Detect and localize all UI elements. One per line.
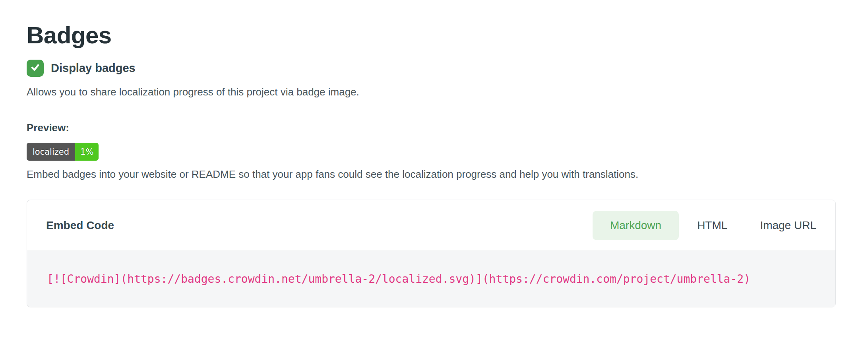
tab-markdown[interactable]: Markdown (593, 211, 679, 240)
embed-code-title: Embed Code (46, 219, 114, 232)
preview-label: Preview: (27, 120, 841, 135)
tab-html[interactable]: HTML (697, 219, 727, 232)
badge-label-segment: localized (27, 143, 75, 161)
display-badges-checkbox[interactable] (27, 60, 44, 77)
page-title: Badges (27, 22, 841, 49)
embed-hint-text: Embed badges into your website or README… (27, 167, 841, 181)
embed-code-header: Embed Code Markdown HTML Image URL (27, 200, 835, 251)
localization-badge-preview: localized 1% (27, 143, 99, 161)
badge-value-segment: 1% (75, 143, 99, 161)
checkmark-icon (30, 62, 41, 74)
display-badges-label: Display badges (51, 62, 136, 75)
embed-format-tabs: Markdown HTML Image URL (593, 211, 816, 240)
badges-settings-section: Badges Display badges Allows you to shar… (0, 0, 868, 307)
badges-description: Allows you to share localization progres… (27, 85, 841, 99)
display-badges-row: Display badges (27, 60, 841, 77)
embed-code-card: Embed Code Markdown HTML Image URL [![Cr… (27, 200, 836, 307)
tab-image-url[interactable]: Image URL (760, 219, 816, 232)
embed-code-body: [![Crowdin](https://badges.crowdin.net/u… (27, 251, 835, 307)
embed-code-snippet[interactable]: [![Crowdin](https://badges.crowdin.net/u… (47, 272, 750, 286)
